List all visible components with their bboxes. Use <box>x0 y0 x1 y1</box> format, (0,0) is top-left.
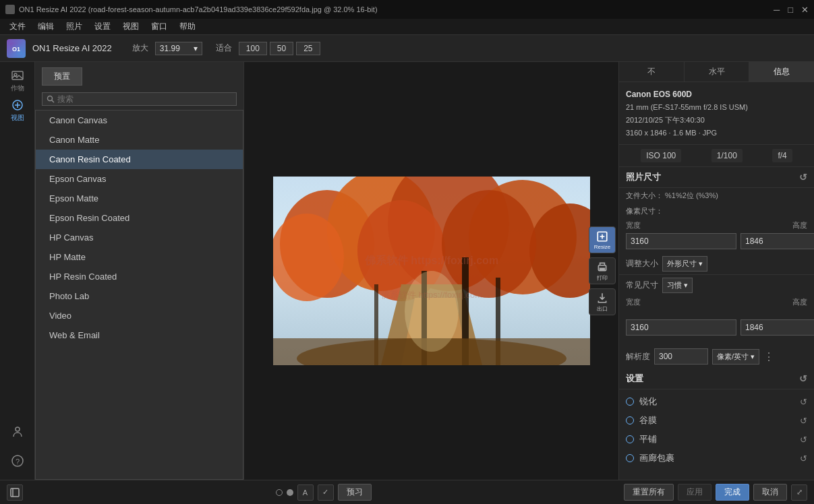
grain-radio[interactable] <box>626 416 634 424</box>
tab-horizontal[interactable]: 水平 <box>685 62 750 82</box>
close-button[interactable]: ✕ <box>801 5 809 15</box>
maximize-button[interactable]: □ <box>788 5 793 15</box>
dimension-fields <box>619 232 814 253</box>
search-box <box>42 92 237 106</box>
toolbar: O1 ON1 Resize AI 2022 放大 31.99 ▾ 适合 100 … <box>0 35 814 62</box>
sidebar-toggle-button[interactable] <box>7 484 23 501</box>
svg-point-16 <box>273 214 344 301</box>
preset-item-canon-canvas[interactable]: Canon Canvas <box>36 111 243 130</box>
apply-button[interactable]: 应用 <box>678 484 711 501</box>
resize-action-button[interactable]: Resize <box>589 226 616 253</box>
resize-wh-fields: 像素 ▾ <box>619 309 814 347</box>
height-label: 高度 <box>792 220 807 230</box>
svg-point-5 <box>16 427 20 431</box>
check-button[interactable]: ✓ <box>318 484 334 501</box>
resize-action-label: Resize <box>594 244 610 250</box>
resize-height-input[interactable] <box>740 319 814 336</box>
fit-100-button[interactable]: 100 <box>239 42 267 55</box>
resize-wh-labels: 宽度 高度 <box>619 296 814 309</box>
photo-size-label: 照片尺寸 <box>626 171 661 183</box>
menu-view[interactable]: 视图 <box>117 20 144 34</box>
pixel-size-label: 像素尺寸： <box>626 207 663 215</box>
svg-rect-2 <box>12 71 23 80</box>
common-size-row: 常见尺寸 习惯 ▾ <box>619 275 814 296</box>
menu-settings[interactable]: 设置 <box>89 20 116 34</box>
image-area: 佛系软件 https://foxirj.com 佛系软件 https://fox… <box>244 62 618 480</box>
sidebar-view-icon[interactable]: 视图 <box>4 97 31 124</box>
preset-item-video[interactable]: Video <box>36 306 243 325</box>
preset-item-hp-matte[interactable]: HP Matte <box>36 247 243 267</box>
resolution-label: 解析度 <box>626 351 650 363</box>
app-name: ON1 Resize AI 2022 <box>32 43 112 53</box>
resize-width-label: 宽度 <box>626 297 641 307</box>
menu-file[interactable]: 文件 <box>4 20 31 34</box>
fit-50-button[interactable]: 50 <box>270 42 293 55</box>
preset-item-epson-canvas[interactable]: Epson Canvas <box>36 169 243 189</box>
settings-reset[interactable]: ↺ <box>799 373 807 384</box>
preset-item-photo-lab[interactable]: Photo Lab <box>36 286 243 306</box>
dropdown-area: 预置 Canon Canvas Canon Matte Canon Resin … <box>35 62 244 480</box>
photo-size-reset[interactable]: ↺ <box>799 172 807 183</box>
preset-item-canon-matte[interactable]: Canon Matte <box>36 130 243 150</box>
reset-all-button[interactable]: 重置所有 <box>624 484 674 501</box>
search-input[interactable] <box>57 94 158 104</box>
done-button[interactable]: 完成 <box>716 484 749 501</box>
preset-item-canon-resin[interactable]: Canon Resin Coated <box>36 150 243 169</box>
habit-dropdown[interactable]: 习惯 ▾ <box>662 278 693 293</box>
preset-item-epson-matte[interactable]: Epson Matte <box>36 189 243 208</box>
photo-height-input[interactable] <box>740 233 814 249</box>
preview-button[interactable]: 预习 <box>338 484 372 501</box>
preset-item-epson-resin[interactable]: Epson Resin Coated <box>36 208 243 228</box>
sharpen-radio[interactable] <box>626 398 634 406</box>
tab-not[interactable]: 不 <box>619 62 685 82</box>
svg-rect-32 <box>600 268 605 270</box>
window-controls[interactable]: ─ □ ✕ <box>774 5 809 15</box>
sidebar-help-icon[interactable]: ? <box>4 447 31 474</box>
menu-bar: 文件 编辑 照片 设置 视图 窗口 帮助 <box>0 19 814 35</box>
gallery-radio[interactable] <box>626 454 634 462</box>
tile-reset[interactable]: ↺ <box>800 435 807 445</box>
res-unit-dropdown[interactable]: 像素/英寸 ▾ <box>712 349 759 365</box>
sidebar-gallery-icon[interactable]: 作物 <box>4 67 31 94</box>
preset-item-hp-resin[interactable]: HP Resin Coated <box>36 267 243 286</box>
resize-width-input[interactable] <box>626 319 736 336</box>
cancel-button[interactable]: 取消 <box>753 484 787 501</box>
gallery-reset[interactable]: ↺ <box>800 453 807 464</box>
svg-text:O1: O1 <box>12 46 20 53</box>
text-button[interactable]: A <box>297 484 314 501</box>
preset-list: Canon Canvas Canon Matte Canon Resin Coa… <box>35 110 243 480</box>
grain-reset[interactable]: ↺ <box>800 416 807 426</box>
preset-item-hp-canvas[interactable]: HP Canvas <box>36 228 243 247</box>
fullscreen-button[interactable]: ⤢ <box>791 484 807 501</box>
fit-25-button[interactable]: 25 <box>296 42 320 55</box>
more-options-button[interactable]: ⋮ <box>763 350 774 363</box>
tile-radio[interactable] <box>626 435 634 443</box>
preset-item-web-email[interactable]: Web & Email <box>36 325 243 345</box>
settings-sharpen: 锐化 ↺ <box>619 392 814 411</box>
menu-window[interactable]: 窗口 <box>146 20 173 34</box>
photo-date: 2012/10/25 下午3:40:30 <box>626 114 807 127</box>
preset-button[interactable]: 预置 <box>42 67 82 86</box>
menu-edit[interactable]: 编辑 <box>32 20 59 34</box>
tab-info[interactable]: 信息 <box>749 62 814 82</box>
app-logo: O1 <box>7 39 26 58</box>
outer-size-dropdown[interactable]: 外形尺寸 ▾ <box>662 256 707 272</box>
window-title: ON1 Resize AI 2022 (road-forest-season-a… <box>19 5 378 13</box>
resolution-input[interactable] <box>654 348 708 365</box>
minimize-button[interactable]: ─ <box>774 5 780 15</box>
sidebar-user-icon[interactable] <box>4 418 31 445</box>
menu-help[interactable]: 帮助 <box>174 20 201 34</box>
photo-width-input[interactable] <box>626 233 736 249</box>
sharpen-reset[interactable]: ↺ <box>800 397 807 407</box>
zoom-input[interactable]: 31.99 ▾ <box>155 42 202 55</box>
print-action-button[interactable]: 打印 <box>589 257 616 284</box>
sharpen-label: 锐化 <box>639 396 657 408</box>
export-action-button[interactable]: 出口 <box>589 288 616 315</box>
menu-photo[interactable]: 照片 <box>61 20 88 34</box>
tab-row: 不 水平 信息 <box>619 62 814 82</box>
camera-model: Canon EOS 600D <box>626 88 807 101</box>
left-sidebar: 作物 视图 ? <box>0 62 35 480</box>
gallery-label: 画廊包裹 <box>639 452 674 464</box>
bottom-left <box>7 484 23 501</box>
width-label: 宽度 <box>626 220 641 230</box>
